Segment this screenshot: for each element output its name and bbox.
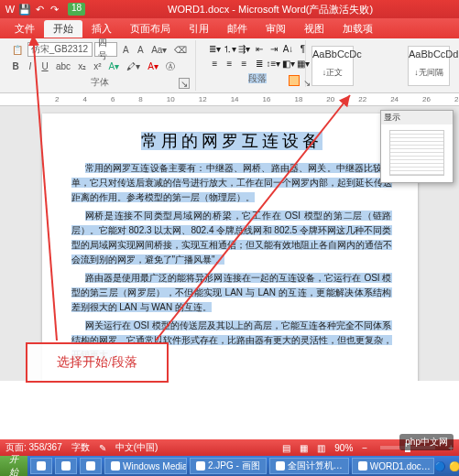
quick-access-toolbar: W 💾 ↶ ↷ 18 bbox=[4, 3, 85, 16]
task-app-icon bbox=[61, 461, 71, 471]
paragraph-group-label-text: 段落 bbox=[248, 73, 267, 83]
font-group-label-text: 字体 bbox=[91, 77, 109, 87]
shrink-font-icon[interactable]: A bbox=[134, 42, 147, 57]
font-name-combo[interactable]: 仿宋_GB2312 bbox=[27, 42, 93, 57]
start-button[interactable]: 开始 bbox=[0, 456, 27, 476]
ribbon-group-styles: AaBbCcDc ↓正文 AaBbCcDd ↓无间隔 bbox=[306, 40, 455, 91]
view-print-icon[interactable]: ▤ bbox=[282, 443, 290, 453]
ruler-tick: 14 bbox=[231, 95, 239, 103]
window-title: WORD1.docx - Microsoft Word(产品激活失败) bbox=[85, 3, 455, 16]
char-shading-icon[interactable]: Ⓐ bbox=[163, 60, 178, 74]
ruler-tick: 12 bbox=[199, 95, 207, 103]
change-case-icon[interactable]: Aa▾ bbox=[148, 42, 169, 57]
windows-taskbar: 开始 Windows Media2.JPG - 画图全国计算机…WORD1.do… bbox=[0, 456, 459, 476]
task-label: Windows Media bbox=[123, 461, 187, 471]
annotation-callout: 选择开始/段落 bbox=[26, 342, 169, 383]
borders-icon[interactable]: ▦▾ bbox=[290, 57, 302, 71]
save-icon[interactable]: 💾 bbox=[18, 3, 31, 16]
style-name: ↓正文 bbox=[312, 67, 353, 79]
zoom-level[interactable]: 90% bbox=[334, 443, 353, 453]
title-bar: W 💾 ↶ ↷ 18 WORD1.docx - Microsoft Word(产… bbox=[0, 0, 459, 18]
view-reading-icon[interactable]: ▦ bbox=[300, 443, 308, 453]
taskbar-item[interactable]: 2.JPG - 画图 bbox=[190, 458, 267, 474]
tab-加载项[interactable]: 加载项 bbox=[333, 20, 382, 38]
taskbar-item[interactable]: WORD1.doc… bbox=[352, 458, 434, 474]
underline-button[interactable]: U bbox=[38, 60, 51, 74]
show-marks-icon[interactable]: ¶ bbox=[290, 42, 302, 57]
subscript-button[interactable]: x₂ bbox=[75, 60, 89, 74]
font-group-label: 字体 ↘ bbox=[9, 76, 190, 89]
zoom-out-icon[interactable]: − bbox=[362, 443, 367, 453]
word-count[interactable]: 字数 bbox=[71, 441, 90, 454]
paragraph[interactable]: 网桥是连接不同类型局域网的桥梁，它工作在 OSI 模型的第二层（链路层）。它能对… bbox=[71, 209, 392, 267]
task-app-icon bbox=[276, 461, 285, 471]
page-counter[interactable]: 页面: 358/367 bbox=[5, 441, 62, 454]
language-status[interactable]: 中文(中国) bbox=[115, 441, 158, 454]
paragraph[interactable]: 常用的网罗互连设备主要有：中继器、网桥、路由器、网关。中继器比较简单，它只对传送… bbox=[71, 161, 392, 205]
style-tile-normal[interactable]: AaBbCcDc ↓正文 bbox=[311, 46, 354, 86]
grow-font-icon[interactable]: A bbox=[119, 42, 132, 57]
taskbar-item[interactable] bbox=[80, 458, 102, 474]
undo-icon[interactable]: ↶ bbox=[33, 3, 46, 16]
font-dialog-launcher[interactable]: ↘ bbox=[179, 78, 190, 89]
ruler-tick: 4 bbox=[82, 95, 86, 103]
taskbar-item[interactable]: Windows Media bbox=[104, 458, 187, 474]
horizontal-ruler[interactable]: 2468101214161820222426283032 bbox=[0, 93, 459, 106]
style-preview: AaBbCcDc bbox=[312, 49, 353, 60]
font-size-combo[interactable]: 四号 bbox=[94, 42, 118, 57]
ruler-tick: 24 bbox=[390, 95, 399, 103]
strike-button[interactable]: abc bbox=[53, 60, 73, 74]
clear-format-icon[interactable]: ⌫ bbox=[171, 42, 190, 57]
paragraph-dialog-launcher[interactable]: ↘ bbox=[289, 75, 300, 86]
ruler-tick: 22 bbox=[358, 95, 366, 103]
style-preview: AaBbCcDd bbox=[409, 49, 449, 60]
system-tray[interactable]: 🔵 🟡 ⬛ bbox=[434, 461, 459, 471]
tray-icon[interactable]: 🔵 bbox=[434, 461, 445, 471]
italic-button[interactable]: I bbox=[24, 60, 37, 74]
tab-审阅[interactable]: 审阅 bbox=[257, 20, 295, 38]
redo-icon[interactable]: ↷ bbox=[48, 3, 60, 16]
tab-邮件[interactable]: 邮件 bbox=[218, 20, 257, 38]
style-tile-nospacing[interactable]: AaBbCcDd ↓无间隔 bbox=[408, 46, 450, 86]
update-badge: 18 bbox=[68, 3, 85, 16]
bold-button[interactable]: B bbox=[9, 60, 22, 74]
insert-mode-icon[interactable]: ✎ bbox=[99, 443, 106, 453]
taskbar-item[interactable]: 全国计算机… bbox=[269, 458, 349, 474]
ruler-tick: 26 bbox=[422, 95, 431, 103]
document-area[interactable]: 常用的网罗互连设备 常用的网罗互连设备主要有：中继器、网桥、路由器、网关。中继器… bbox=[0, 106, 459, 381]
ruler-tick: 6 bbox=[111, 95, 115, 103]
ruler-tick: 10 bbox=[167, 95, 175, 103]
ribbon: 📋 仿宋_GB2312 四号 A A Aa▾ ⌫ B I U abc x₂ x²… bbox=[0, 38, 459, 93]
tab-插入[interactable]: 插入 bbox=[82, 20, 121, 38]
taskbar-item[interactable] bbox=[55, 458, 77, 474]
text-effects-icon[interactable]: A▾ bbox=[105, 60, 122, 74]
font-color-icon[interactable]: A▾ bbox=[145, 60, 161, 74]
status-bar: 页面: 358/367 字数 ✎ 中文(中国) ▤ ▦ ▥ 90% − + bbox=[0, 439, 459, 456]
document-page[interactable]: 常用的网罗互连设备 常用的网罗互连设备主要有：中继器、网桥、路由器、网关。中继器… bbox=[42, 114, 418, 381]
ruler-tick: 28 bbox=[454, 95, 459, 103]
view-web-icon[interactable]: ▥ bbox=[317, 443, 325, 453]
highlight-icon[interactable]: 🖍▾ bbox=[124, 60, 143, 74]
tab-视图[interactable]: 视图 bbox=[295, 20, 333, 38]
tab-页面布局[interactable]: 页面布局 bbox=[121, 20, 180, 38]
page-thumbnail[interactable] bbox=[389, 130, 444, 176]
navigation-pane[interactable]: 显示 bbox=[380, 110, 454, 183]
ruler-tick: 8 bbox=[138, 95, 142, 103]
tab-文件[interactable]: 文件 bbox=[5, 20, 44, 38]
taskbar-item[interactable] bbox=[30, 458, 52, 474]
task-app-icon bbox=[111, 461, 120, 471]
tab-开始[interactable]: 开始 bbox=[44, 20, 82, 38]
paste-button[interactable]: 📋 bbox=[9, 42, 26, 57]
ribbon-group-font: 📋 仿宋_GB2312 四号 A A Aa▾ ⌫ B I U abc x₂ x²… bbox=[4, 40, 196, 91]
task-label: WORD1.doc… bbox=[370, 461, 431, 471]
task-app-icon bbox=[358, 461, 367, 471]
superscript-button[interactable]: x² bbox=[91, 60, 104, 74]
tab-引用[interactable]: 引用 bbox=[180, 20, 218, 38]
nav-pane-title: 显示 bbox=[381, 111, 453, 124]
document-title[interactable]: 常用的网罗互连设备 bbox=[71, 130, 392, 152]
paragraph[interactable]: 路由器是使用最广泛的能将异形网连接在一起的互连设备，它运行在 OSI 模型的第三… bbox=[71, 271, 392, 315]
word-app-icon[interactable]: W bbox=[4, 3, 16, 16]
ruler-tick: 20 bbox=[326, 95, 334, 103]
tray-icon[interactable]: 🟡 bbox=[449, 461, 459, 471]
task-app-icon bbox=[37, 461, 46, 471]
